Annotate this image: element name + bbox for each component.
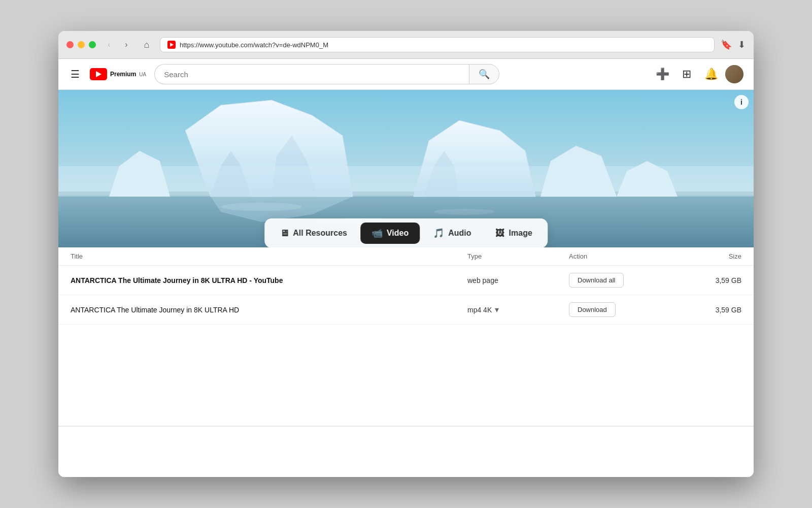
info-icon[interactable]: i	[734, 95, 749, 109]
close-button[interactable]	[66, 41, 74, 48]
back-button[interactable]: ‹	[102, 38, 116, 52]
bottom-area	[58, 426, 754, 477]
svg-point-13	[434, 209, 495, 215]
youtube-ua-badge: UA	[139, 72, 146, 77]
tab-audio-label: Audio	[448, 229, 471, 238]
all-resources-icon: 🖥	[280, 228, 289, 239]
forward-button[interactable]: ›	[119, 38, 133, 52]
menu-button[interactable]: ☰	[69, 66, 82, 82]
row-1-size: 3,59 GB	[681, 276, 741, 284]
download-button[interactable]: Download	[569, 302, 616, 317]
apps-icon: ⊞	[682, 68, 691, 81]
youtube-logo-icon	[90, 68, 107, 80]
youtube-premium-text: Premium	[110, 71, 136, 78]
favicon	[167, 41, 176, 49]
search-container: 🔍	[154, 64, 499, 84]
col-type: Type	[467, 252, 569, 260]
url-text: https://www.youtube.com/watch?v=de-wdNPM…	[180, 41, 707, 49]
row-2-size: 3,59 GB	[681, 306, 741, 314]
col-action: Action	[569, 252, 681, 260]
row-1-title: ANTARCTICA The Ultimate Journey in 8K UL…	[71, 276, 467, 284]
row-2-title: ANTARCTICA The Ultimate Journey in 8K UL…	[71, 306, 467, 314]
tab-all-resources-label: All Resources	[293, 229, 347, 238]
browser-window: ‹ › ⌂ https://www.youtube.com/watch?v=de…	[58, 31, 754, 477]
table-header: Title Type Action Size	[58, 247, 754, 266]
youtube-header: ☰ Premium UA 🔍 ➕ ⊞ 🔔	[58, 59, 754, 90]
tab-audio[interactable]: 🎵 Audio	[422, 223, 482, 244]
maximize-button[interactable]	[89, 41, 96, 48]
chevron-down-icon[interactable]: ▾	[495, 305, 499, 314]
search-input[interactable]	[154, 64, 469, 84]
tab-video-label: Video	[387, 229, 409, 238]
row-2-action: Download	[569, 302, 681, 317]
tab-image-label: Image	[509, 229, 532, 238]
tab-video[interactable]: 📹 Video	[360, 223, 420, 244]
image-icon: 🖼	[496, 228, 505, 239]
address-bar: https://www.youtube.com/watch?v=de-wdNPM…	[160, 37, 715, 52]
row-2-type-container: mp4 4K ▾	[467, 305, 569, 314]
audio-icon: 🎵	[433, 228, 444, 239]
header-actions: ➕ ⊞ 🔔	[652, 64, 743, 84]
home-button[interactable]: ⌂	[140, 38, 154, 52]
tab-all-resources[interactable]: 🖥 All Resources	[268, 223, 358, 244]
notifications-button[interactable]: 🔔	[701, 64, 721, 84]
row-1-action: Download all	[569, 273, 681, 288]
avatar-button[interactable]	[725, 65, 743, 83]
create-icon: ➕	[656, 68, 669, 81]
search-icon: 🔍	[479, 69, 490, 79]
apps-button[interactable]: ⊞	[676, 64, 697, 84]
hamburger-icon: ☰	[71, 69, 80, 80]
empty-area	[58, 325, 754, 426]
download-all-button[interactable]: Download all	[569, 273, 624, 288]
table-row: ANTARCTICA The Ultimate Journey in 8K UL…	[58, 266, 754, 295]
video-area[interactable]: i 🖥 All Resources 📹 Video 🎵 Audio 🖼 Imag…	[58, 90, 754, 247]
content-area: Title Type Action Size ANTARCTICA The Ul…	[58, 247, 754, 426]
search-button[interactable]: 🔍	[469, 64, 499, 84]
tab-image[interactable]: 🖼 Image	[485, 223, 544, 244]
minimize-button[interactable]	[78, 41, 85, 48]
tabs-overlay: 🖥 All Resources 📹 Video 🎵 Audio 🖼 Image	[264, 218, 548, 247]
avatar	[725, 65, 743, 83]
title-bar: ‹ › ⌂ https://www.youtube.com/watch?v=de…	[58, 31, 754, 59]
youtube-logo: Premium UA	[90, 68, 146, 80]
table-row: ANTARCTICA The Ultimate Journey in 8K UL…	[58, 295, 754, 325]
col-title: Title	[71, 252, 467, 260]
bell-icon: 🔔	[704, 68, 718, 81]
row-1-type: web page	[467, 276, 569, 284]
row-2-type: mp4 4K	[467, 306, 492, 314]
video-icon: 📹	[371, 228, 383, 239]
create-button[interactable]: ➕	[652, 64, 672, 84]
svg-rect-11	[58, 166, 754, 197]
download-button[interactable]: ⬇	[738, 39, 746, 50]
nav-buttons: ‹ ›	[102, 38, 133, 52]
traffic-lights	[66, 41, 96, 48]
col-size: Size	[681, 252, 741, 260]
bookmark-button[interactable]: 🔖	[721, 39, 732, 50]
